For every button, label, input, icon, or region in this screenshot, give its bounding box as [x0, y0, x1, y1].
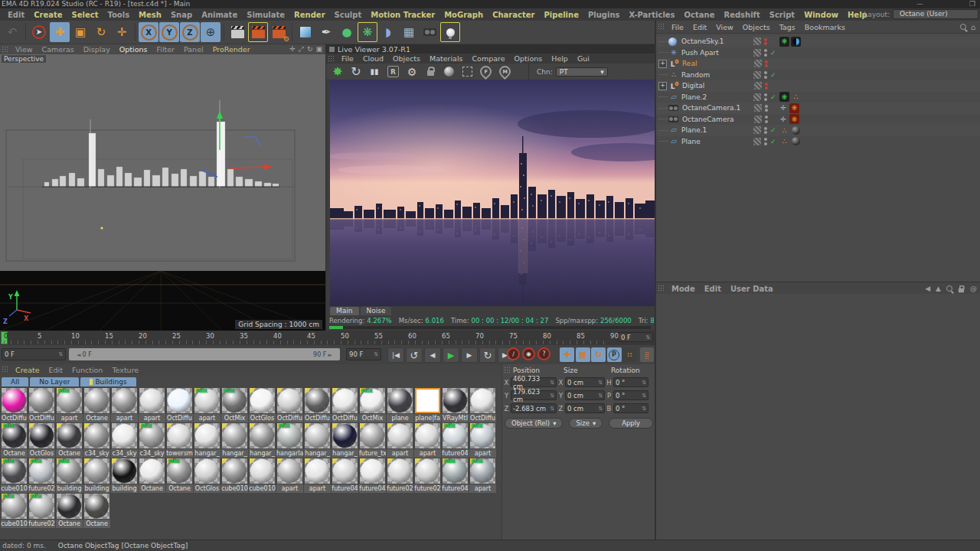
keyframe-options-button[interactable]: ? [537, 347, 550, 360]
apply-button[interactable]: Apply [609, 418, 653, 429]
material-ball-button[interactable] [443, 67, 454, 77]
at-icon[interactable]: @ [970, 285, 977, 292]
object-row-push-apart[interactable]: ✳Push Apart✓ [656, 47, 980, 59]
menu-item-snap[interactable]: Snap [166, 11, 197, 19]
vertex-tag[interactable]: ∴ [779, 136, 789, 146]
menu-item-view[interactable]: View [711, 23, 738, 31]
coordinate-system-button[interactable]: ⊕ [201, 22, 220, 42]
sds-object-button[interactable]: ● [337, 22, 357, 42]
visibility-dots[interactable] [765, 105, 768, 112]
key-pla-toggle[interactable]: ∷ [622, 347, 637, 362]
material-thumb[interactable]: OctDiffu [28, 388, 55, 422]
rotation-h-field[interactable]: 0 °⇅ [613, 377, 648, 387]
menu-item-redshift[interactable]: Redshift [719, 11, 764, 19]
layer-chip[interactable] [753, 37, 761, 45]
editor-dot[interactable] [765, 60, 768, 64]
menu-item-sculpt[interactable]: Sculpt [330, 11, 367, 19]
stepper-icon[interactable]: ⇅ [550, 393, 554, 399]
material-thumb[interactable]: future02 [387, 458, 413, 493]
render-dot[interactable] [764, 54, 767, 57]
material-thumb[interactable]: MIXapart [469, 458, 496, 493]
menu-item-select[interactable]: Select [67, 11, 103, 19]
rotate-icon[interactable]: ↻ [307, 45, 313, 54]
material-thumb[interactable]: OctDiffu [469, 388, 496, 422]
render-settings-button[interactable]: ⚙ [407, 66, 417, 78]
menu-item-user-data[interactable]: User Data [726, 285, 778, 293]
menu-item-cloud[interactable]: Cloud [358, 54, 388, 63]
material-thumb[interactable]: apart [304, 458, 331, 493]
arrow-up-icon[interactable]: ▲ [936, 285, 941, 292]
menu-item-objects[interactable]: Objects [388, 54, 425, 63]
editor-dot[interactable] [764, 49, 767, 52]
rotation-p-field[interactable]: 0 °⇅ [613, 390, 648, 400]
layer-chip[interactable] [753, 126, 761, 134]
menu-item-simulate[interactable]: Simulate [242, 11, 289, 19]
expand-toggle-icon[interactable]: + [658, 82, 667, 90]
material-thumb[interactable]: hangar_ [332, 423, 358, 458]
visibility-dots[interactable] [764, 138, 767, 145]
material-thumb[interactable]: MIXapart [56, 388, 83, 422]
menu-item-edit[interactable]: Edit [3, 11, 29, 19]
key-scale-toggle[interactable]: ▦ [576, 347, 590, 362]
panel-grip-icon[interactable] [2, 46, 8, 54]
menu-item-pipeline[interactable]: Pipeline [539, 11, 583, 19]
material-thumb[interactable]: MIXcube010 [1, 494, 28, 528]
menu-item-bookmarks[interactable]: Bookmarks [800, 23, 850, 31]
octane-logo-button[interactable]: ✸ [332, 64, 343, 79]
render-dot[interactable] [764, 98, 767, 101]
channel-dropdown[interactable]: PT ▾ [556, 67, 608, 77]
menu-item-texture[interactable]: Texture [107, 366, 143, 374]
material-thumb[interactable]: OctDiffu [304, 388, 331, 422]
focus-picker-button[interactable]: F [480, 66, 492, 77]
live-viewer-titlebar[interactable]: Live Viewer 3.07-R1 [326, 44, 655, 54]
object-row-octanecamera-1[interactable]: OctaneCamera.1✛❋ [656, 103, 980, 114]
material-thumb[interactable]: apart [139, 388, 165, 422]
material-thumb[interactable]: apart [387, 423, 413, 458]
object-row-random[interactable]: ∴Random✓ [656, 70, 980, 81]
material-thumb[interactable]: c34_sky [83, 423, 110, 458]
key-position-toggle[interactable]: ✚ [560, 347, 574, 362]
editor-dot[interactable] [764, 127, 767, 130]
floor-object-button[interactable]: ▦ [399, 22, 419, 42]
menu-item-script[interactable]: Script [765, 11, 799, 19]
render-dot[interactable] [765, 109, 768, 112]
size-z-field[interactable]: 0 cm⇅ [565, 403, 605, 413]
axis-z-button[interactable]: Z [180, 22, 200, 42]
layer-chip[interactable] [754, 60, 762, 67]
maximize-button[interactable]: ❐ [969, 0, 975, 8]
menu-item-mesh[interactable]: Mesh [134, 11, 166, 19]
size-mode-dropdown[interactable]: Size▾ [569, 418, 603, 429]
octane-material-tag[interactable]: ❋ [779, 92, 789, 102]
material-thumb[interactable]: OctDiffu [1, 388, 28, 422]
editor-dot[interactable] [764, 93, 767, 96]
editor-dot[interactable] [764, 138, 767, 141]
menu-item-filter[interactable]: Filter [152, 45, 179, 54]
menu-item-file[interactable]: File [337, 54, 358, 63]
record-keyframe-button[interactable]: ∕ [507, 347, 520, 360]
range-right-arrow-icon[interactable]: ► [326, 352, 332, 358]
rotation-b-field[interactable]: 0 °⇅ [613, 403, 648, 413]
material-thumb[interactable]: VRayMtl [442, 388, 469, 422]
menu-item-gui[interactable]: Gui [573, 54, 594, 63]
material-thumb[interactable]: MIXOctane [166, 458, 193, 493]
key-parameter-toggle[interactable]: P [607, 347, 622, 362]
next-frame-button[interactable]: ▶ [461, 347, 478, 363]
stepper-icon[interactable]: ⇅ [550, 406, 554, 412]
menu-item-panel[interactable]: Panel [179, 45, 208, 54]
material-thumb[interactable]: cube010 [249, 458, 276, 493]
visibility-dots[interactable] [764, 93, 767, 101]
render-picture-viewer-button[interactable] [248, 22, 268, 42]
material-thumb[interactable]: Octane [83, 494, 110, 528]
home-icon[interactable]: ⌂ [971, 23, 975, 31]
object-row-octanecamera[interactable]: OctaneCamera✛❋ [656, 114, 980, 126]
render-dot[interactable] [765, 120, 768, 123]
menu-item-mograph[interactable]: MoGraph [439, 11, 488, 19]
visibility-dots[interactable] [764, 38, 767, 46]
visibility-dots[interactable] [764, 127, 767, 135]
timeline-ruler[interactable]: 0 F⇅ 05101520253035404550556065707580859… [0, 331, 656, 346]
material-thumb[interactable]: MIXOctane [1, 423, 28, 458]
octane-camera-tag[interactable]: ❋ [789, 114, 799, 124]
stepper-icon[interactable]: ⇅ [645, 334, 650, 341]
enable-toggle[interactable]: ✓ [770, 71, 778, 79]
ruler-frame-field[interactable]: 0 F⇅ [618, 332, 653, 342]
